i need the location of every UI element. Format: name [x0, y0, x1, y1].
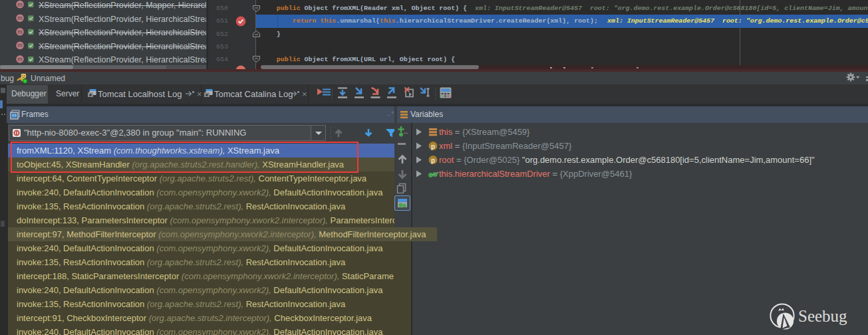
svg-text:m: m — [17, 1, 23, 8]
svg-text:p: p — [431, 143, 435, 150]
svg-text:Seebug: Seebug — [798, 307, 847, 325]
svg-text:p: p — [431, 157, 435, 164]
